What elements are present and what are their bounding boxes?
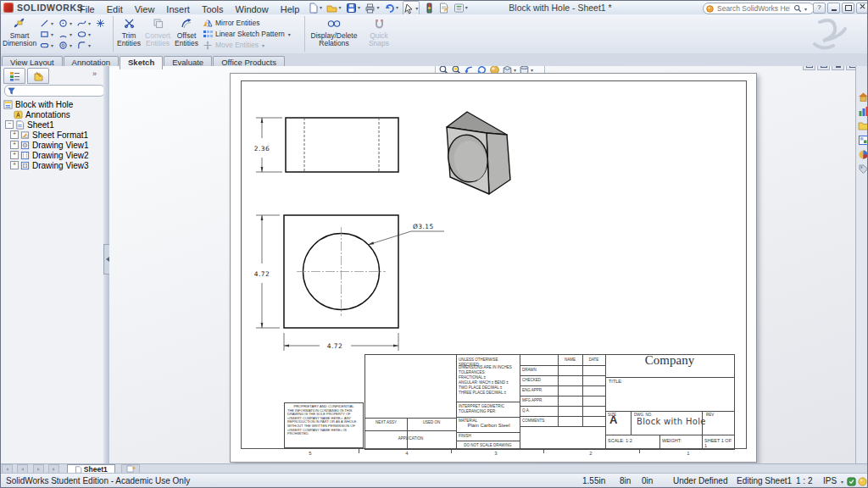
dropdown-arrow-icon[interactable]: ▾ — [337, 5, 342, 10]
spline-tool-button[interactable]: ▾ — [77, 18, 96, 29]
doc-minimize-button[interactable] — [832, 66, 844, 70]
tree-item-drawing-view1[interactable]: + Drawing View1 — [1, 140, 113, 150]
feature-manager-tab[interactable] — [3, 68, 25, 84]
restore-button[interactable] — [842, 3, 854, 14]
scale-label: SCALE: 1:2 — [608, 439, 632, 444]
help-button[interactable]: ? — [813, 3, 826, 14]
help-search-box[interactable]: ▾ — [703, 3, 815, 14]
tree-filter-box[interactable] — [4, 85, 105, 97]
circle-tool-button[interactable]: ▾ — [58, 18, 77, 29]
approval-row-label: COMMENTS: — [522, 419, 546, 424]
dropdown-arrow-icon[interactable]: ▾ — [261, 42, 265, 48]
interpret-label: INTERPRET GEOMETRIC TOLERANCING PER: — [459, 404, 518, 413]
grid-line — [520, 416, 605, 417]
design-library-icon[interactable] — [858, 106, 868, 117]
tab-sketch[interactable]: Sketch — [120, 56, 163, 69]
move-entities-button[interactable]: Move Entities ▾ — [203, 40, 301, 51]
dim-text: Ø3.15 — [413, 223, 434, 230]
ellipse-tool-button[interactable]: ▾ — [77, 29, 96, 40]
dropdown-arrow-icon[interactable]: ▾ — [376, 5, 380, 10]
undo-button[interactable]: ▾ — [384, 1, 399, 14]
line-tool-button[interactable]: ▾ — [40, 18, 58, 29]
filter-input[interactable] — [18, 86, 93, 96]
tolerance-line: DIMENSIONS ARE IN INCHES — [459, 365, 512, 370]
offset-entities-button[interactable]: Offset Entities — [174, 17, 199, 47]
arc-tool-button[interactable]: ▾ — [58, 29, 77, 40]
dropdown-arrow-icon[interactable]: ▾ — [69, 20, 73, 26]
dropdown-arrow-icon[interactable]: ▾ — [87, 42, 92, 48]
dropdown-arrow-icon[interactable]: ▾ — [804, 6, 808, 12]
dropdown-arrow-icon[interactable]: ▾ — [69, 31, 73, 37]
dropdown-arrow-icon[interactable]: ▾ — [357, 5, 361, 10]
drawing-view-isometric[interactable] — [444, 112, 510, 194]
dropdown-arrow-icon[interactable]: ▾ — [395, 5, 399, 10]
tree-item-sheet1[interactable]: − Sheet1 — [1, 119, 108, 130]
expand-box-icon[interactable]: + — [10, 141, 19, 149]
rectangle-tool-button[interactable]: ▾ — [40, 29, 58, 40]
new-document-button[interactable]: ▾ — [308, 1, 323, 14]
slot-tool-button[interactable]: ▾ — [40, 40, 58, 51]
dropdown-arrow-icon[interactable]: ▾ — [87, 20, 92, 26]
doc-properties-button[interactable] — [803, 66, 815, 70]
status-units[interactable]: IPS — [823, 476, 837, 485]
dropdown-arrow-icon[interactable]: ▾ — [87, 31, 92, 37]
dropdown-arrow-icon[interactable]: ▾ — [50, 42, 54, 48]
dimension-front-width[interactable]: 4.72 — [284, 333, 398, 351]
save-button[interactable]: ▾ — [346, 1, 361, 14]
rebuild-button[interactable] — [424, 1, 435, 14]
panel-splitter[interactable] — [103, 66, 109, 463]
search-icon[interactable] — [793, 4, 802, 13]
collapse-box-icon[interactable]: − — [5, 120, 14, 129]
doc-new-window-button[interactable] — [817, 66, 830, 70]
dropdown-arrow-icon[interactable]: ▾ — [287, 31, 292, 37]
quick-tips-icon[interactable] — [858, 477, 867, 486]
point-tool-button[interactable] — [96, 18, 109, 29]
tag-toggle-icon[interactable] — [847, 477, 856, 486]
expand-box-icon[interactable]: + — [10, 130, 19, 139]
dimension-top-height[interactable]: 2.36 — [254, 118, 282, 172]
expand-box-icon[interactable]: + — [10, 161, 19, 169]
doc-restore-button[interactable] — [846, 66, 855, 70]
dropdown-arrow-icon[interactable]: ▾ — [50, 20, 54, 26]
units-dropdown-icon[interactable]: ▾ — [840, 479, 844, 485]
tree-item-drawing-view2[interactable]: + Drawing View2 — [1, 150, 113, 160]
drawing-view-top[interactable] — [286, 118, 398, 172]
print-button[interactable]: ▾ — [364, 1, 380, 14]
solidworks-resources-icon[interactable] — [858, 92, 868, 103]
grid-line — [520, 426, 605, 427]
mirror-entities-button[interactable]: Mirror Entities — [203, 18, 301, 29]
minimize-button[interactable] — [827, 3, 840, 14]
title-bar: SOLIDWORKS FileEditViewInsertToolsWindow… — [1, 1, 868, 15]
tree-item-sheet-format1[interactable]: + Sheet Format1 — [1, 130, 113, 140]
tree-item-annotations[interactable]: Annotations — [1, 109, 116, 119]
tree-root-block-with-hole[interactable]: Block with Hole — [1, 99, 106, 109]
polygon-tool-button[interactable]: ▾ — [58, 40, 77, 51]
grid-line — [605, 435, 734, 435]
dropdown-arrow-icon[interactable]: ▾ — [415, 6, 419, 11]
dropdown-arrow-icon[interactable]: ▾ — [319, 5, 323, 10]
custom-properties-icon[interactable] — [858, 164, 868, 175]
size-value: A — [609, 418, 617, 423]
expand-box-icon[interactable]: + — [10, 151, 19, 159]
appearances-icon[interactable] — [858, 149, 868, 160]
tree-item-drawing-view3[interactable]: + Drawing View3 — [1, 160, 113, 170]
view-palette-icon[interactable] — [858, 135, 868, 146]
dimension-front-height[interactable]: 4.72 — [254, 215, 280, 328]
dropdown-arrow-icon[interactable]: ▾ — [69, 42, 73, 48]
linear-sketch-pattern-button[interactable]: Linear Sketch Pattern ▾ — [203, 29, 301, 40]
graphics-area[interactable]: ▾ ▾ 5 4 3 2 1 — [109, 66, 855, 463]
linear-sketch-pattern-icon — [203, 30, 213, 39]
open-document-button[interactable]: ▾ — [326, 1, 342, 14]
close-button[interactable] — [856, 3, 868, 14]
dropdown-arrow-icon[interactable]: ▾ — [513, 67, 517, 73]
dropdown-arrow-icon[interactable]: ▾ — [530, 67, 534, 73]
dropdown-arrow-icon[interactable]: ▾ — [50, 31, 54, 37]
file-explorer-icon[interactable] — [858, 120, 868, 131]
drawing-sheet[interactable]: 5 4 3 2 1 2.36 — [230, 73, 757, 463]
drawing-view-front[interactable] — [284, 215, 398, 328]
mirror-entities-icon — [203, 19, 213, 28]
property-manager-tab[interactable] — [27, 68, 49, 84]
fillet-tool-button[interactable]: ▾ — [77, 40, 96, 51]
panel-expand-chevron[interactable]: » — [92, 69, 97, 78]
search-input[interactable] — [715, 3, 792, 14]
